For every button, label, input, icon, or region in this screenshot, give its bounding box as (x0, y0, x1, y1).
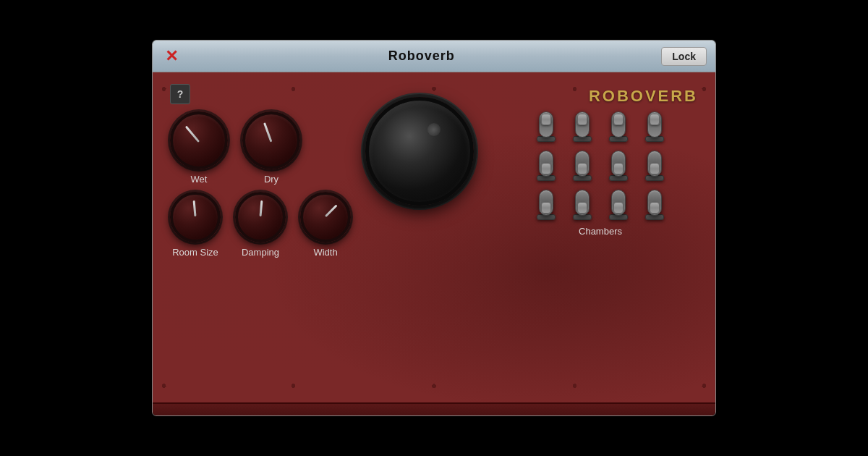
toggle-5[interactable] (534, 151, 558, 181)
toggle-8-lever (650, 163, 660, 174)
wet-knob[interactable] (170, 111, 228, 169)
toggle-11[interactable] (606, 190, 631, 220)
toggle-7-lever (613, 163, 624, 174)
dry-knob[interactable] (242, 111, 300, 169)
toggle-10-body (575, 190, 590, 216)
chambers-label: Chambers (579, 226, 622, 237)
wet-knob-group: Wet (170, 111, 228, 185)
close-icon: ✕ (165, 48, 178, 64)
width-label: Width (313, 247, 337, 258)
plugin-window: ✕ Roboverb Lock ? ROBOVERB Wet (152, 40, 716, 416)
width-knob[interactable] (300, 192, 351, 242)
toggle-9-body (539, 190, 553, 216)
toggle-4-body (647, 111, 662, 138)
title-bar: ✕ Roboverb Lock (153, 41, 715, 72)
toggle-8[interactable] (642, 151, 667, 181)
toggle-1-body (539, 111, 553, 138)
main-knob[interactable] (365, 97, 474, 206)
toggle-1-lever (541, 114, 551, 125)
toggle-10[interactable] (570, 190, 595, 220)
bottom-bar (153, 402, 715, 415)
plugin-title: Roboverb (388, 48, 455, 64)
close-button[interactable]: ✕ (161, 46, 182, 67)
damping-label: Damping (242, 247, 279, 258)
toggle-5-body (539, 151, 553, 177)
controls-row: Wet Dry Room Size Damping (170, 111, 698, 388)
room-size-knob[interactable] (170, 192, 221, 242)
toggle-2-body (575, 111, 590, 138)
toggle-7-body (611, 151, 626, 177)
lock-button[interactable]: Lock (661, 47, 707, 66)
damping-knob[interactable] (235, 192, 286, 242)
help-button[interactable]: ? (170, 84, 190, 104)
brand-label: ROBOVERB (589, 87, 698, 106)
toggle-8-body (647, 151, 662, 177)
toggle-10-lever (577, 202, 587, 214)
dry-label: Dry (264, 174, 278, 185)
dry-knob-group: Dry (242, 111, 300, 185)
bottom-knob-row: Room Size Damping Width (170, 192, 351, 258)
center-knob-area (351, 97, 488, 206)
toggle-5-lever (541, 163, 551, 174)
toggle-3-body (611, 111, 626, 138)
toggles-grid (534, 111, 667, 220)
toggle-2[interactable] (570, 111, 595, 142)
toggle-9[interactable] (534, 190, 558, 220)
toggle-4[interactable] (642, 111, 667, 142)
toggles-section: Chambers (488, 111, 698, 237)
main-panel: ? ROBOVERB Wet Dry (153, 72, 715, 402)
damping-knob-group: Damping (235, 192, 286, 258)
toggle-6[interactable] (570, 151, 595, 181)
room-size-label: Room Size (172, 247, 218, 258)
toggle-12-body (647, 190, 662, 216)
toggle-6-lever (577, 163, 587, 174)
toggle-12[interactable] (642, 190, 667, 220)
toggle-3[interactable] (606, 111, 631, 142)
top-knob-row: Wet Dry (170, 111, 351, 185)
toggle-2-lever (577, 114, 587, 125)
toggle-6-body (575, 151, 590, 177)
knobs-section: Wet Dry Room Size Damping (170, 111, 351, 258)
room-size-knob-group: Room Size (170, 192, 221, 258)
width-knob-group: Width (300, 192, 351, 258)
toggle-11-lever (613, 202, 624, 214)
toggle-12-lever (650, 202, 660, 214)
toggle-3-lever (613, 114, 624, 125)
toggle-7[interactable] (606, 151, 631, 181)
toggle-9-lever (541, 202, 551, 214)
toggle-4-lever (650, 114, 660, 125)
toggle-1[interactable] (534, 111, 558, 142)
wet-label: Wet (191, 174, 208, 185)
toggle-11-body (611, 190, 626, 216)
